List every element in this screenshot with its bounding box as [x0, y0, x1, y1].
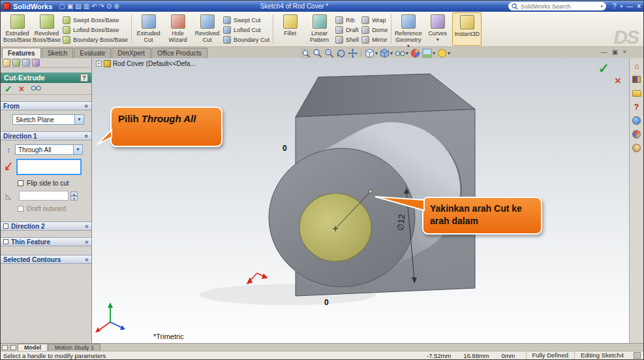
section-header-from[interactable]: From « [1, 101, 91, 110]
extruded-boss-base-button[interactable]: Extruded Boss/Base [3, 12, 32, 46]
expand-chevron-icon[interactable]: « [84, 257, 91, 261]
pan-icon[interactable] [348, 48, 358, 58]
minimize-icon[interactable]: — [626, 3, 633, 10]
expand-chevron-icon[interactable]: « [84, 240, 91, 244]
tab-features[interactable]: Features [2, 48, 41, 58]
apply-scene-icon[interactable]: ▾ [422, 48, 435, 58]
doc-close-icon[interactable]: × [622, 48, 626, 56]
draft-outward-checkbox[interactable]: Draft outward [1, 205, 91, 212]
splitter-icon[interactable] [10, 345, 16, 350]
collapse-chevron-icon[interactable]: « [84, 104, 91, 108]
shell-button[interactable]: Shell [335, 35, 359, 44]
confirm-cancel-icon[interactable]: × [615, 74, 621, 88]
reference-geometry-button[interactable]: Reference Geometry ▾ [393, 12, 423, 46]
direction2-checkbox[interactable] [3, 223, 8, 229]
revolved-cut-button[interactable]: Revolved Cut [192, 12, 222, 46]
custom-properties-icon[interactable] [632, 143, 641, 153]
appearances-scenes-icon[interactable] [632, 129, 641, 139]
display-style-icon[interactable]: ▾ [380, 48, 393, 58]
draft-angle-icon[interactable]: ◺ [4, 191, 13, 201]
featuremanager-tab-icon[interactable] [3, 59, 10, 67]
end-condition-select[interactable]: Through All ▼ [15, 144, 83, 155]
direction-reference-box[interactable] [16, 159, 82, 175]
edit-appearance-icon[interactable] [410, 48, 420, 58]
collapse-chevron-icon[interactable]: « [84, 134, 91, 138]
curves-button[interactable]: Curves ▾ [423, 12, 452, 46]
solidworks-forum-icon[interactable] [632, 116, 641, 125]
checkbox-icon[interactable] [18, 180, 23, 186]
tab-dimxpert[interactable]: DimXpert [112, 48, 151, 58]
splitter-icon[interactable] [2, 345, 8, 350]
instant3d-button[interactable]: Instant3D [452, 12, 482, 46]
save-icon[interactable]: ▤ [75, 1, 81, 11]
flip-side-to-cut-checkbox[interactable]: Flip side to cut [1, 180, 91, 187]
close-icon[interactable]: × [637, 3, 641, 10]
confirm-ok-icon[interactable]: ✓ [598, 61, 609, 76]
boundary-boss-base-button[interactable]: Boundary Boss/Base [63, 35, 128, 44]
graphics-area[interactable]: ∅12 0 0 + Rod Cover (Default<<Def [92, 58, 630, 344]
search-dropdown-icon[interactable]: ▾ [601, 4, 604, 9]
tree-expand-icon[interactable]: + [96, 61, 102, 67]
help-menu[interactable]: ? [613, 3, 617, 10]
section-header-direction1[interactable]: Direction 1 « [1, 131, 91, 140]
extruded-cut-button[interactable]: Extruded Cut [134, 12, 163, 46]
doc-minimize-icon[interactable]: — [601, 48, 607, 56]
featuremanager-tree-node[interactable]: + Rod Cover (Default<<Defa... [96, 60, 196, 67]
view-settings-icon[interactable]: ▾ [437, 48, 450, 58]
zoom-in-out-icon[interactable] [324, 48, 334, 58]
reverse-direction-icon[interactable]: ↕ [4, 145, 13, 154]
solidworks-resources-icon[interactable]: ⌂ [632, 61, 641, 71]
section-header-thin-feature[interactable]: Thin Feature « [1, 237, 91, 246]
chevron-down-icon[interactable]: ▾ [437, 37, 439, 43]
ordinate-zero-bottom[interactable]: 0 [324, 298, 329, 307]
section-header-selected-contours[interactable]: Selected Contours « [1, 255, 91, 264]
select-arrow-icon[interactable]: ▼ [73, 145, 82, 154]
draft-angle-input[interactable] [19, 191, 69, 201]
ordinate-zero-top[interactable]: 0 [283, 144, 287, 153]
rotate-view-icon[interactable] [336, 48, 346, 58]
spin-up-icon[interactable]: ▲ [70, 191, 78, 196]
doc-restore-icon[interactable]: ▣ [612, 48, 618, 56]
lofted-boss-base-button[interactable]: Lofted Boss/Base [63, 25, 128, 34]
fillet-button[interactable]: Fillet [275, 12, 305, 46]
design-library-icon[interactable] [632, 74, 641, 84]
wrap-button[interactable]: Wrap [361, 16, 388, 24]
view-orientation-icon[interactable]: ▾ [365, 48, 378, 58]
solidworks-help-icon[interactable]: ? [632, 102, 641, 112]
tab-model[interactable]: Model [18, 344, 48, 351]
detailed-preview-icon[interactable] [31, 84, 41, 93]
tab-sketch[interactable]: Sketch [42, 48, 74, 58]
rib-button[interactable]: Rib [335, 16, 359, 24]
rebuild-icon[interactable]: ⊙ [106, 1, 112, 11]
help-button[interactable]: ? [80, 74, 88, 82]
search-input[interactable] [521, 3, 598, 10]
swept-boss-base-button[interactable]: Swept Boss/Base [63, 16, 128, 24]
print-icon[interactable]: ▥ [84, 1, 89, 11]
solidworks-logo-icon[interactable] [3, 3, 10, 10]
draft-button[interactable]: Draft [335, 25, 359, 34]
model-scene[interactable]: ∅12 0 0 [92, 58, 630, 344]
configurationmanager-tab-icon[interactable] [22, 59, 30, 67]
lofted-cut-button[interactable]: Lofted Cut [223, 25, 269, 34]
search-box[interactable]: ▾ [508, 2, 606, 10]
zoom-fit-icon[interactable] [301, 48, 311, 58]
tab-office-products[interactable]: Office Products [151, 48, 207, 58]
quick-tips-icon[interactable] [634, 352, 641, 359]
new-document-icon[interactable]: ▢ [59, 1, 65, 11]
expand-chevron-icon[interactable]: « [84, 224, 91, 228]
linear-pattern-button[interactable]: Linear Pattern [305, 12, 334, 46]
cancel-button[interactable]: × [19, 84, 24, 94]
file-explorer-icon[interactable] [632, 88, 641, 98]
spin-down-icon[interactable]: ▼ [70, 196, 78, 201]
undo-icon[interactable]: ↶ [91, 1, 97, 11]
thin-feature-checkbox[interactable] [3, 239, 8, 244]
options-icon[interactable]: ⊕ [114, 1, 119, 11]
tab-motion-study[interactable]: Motion Study 1 [48, 344, 100, 351]
select-arrow-icon[interactable]: ▼ [74, 115, 84, 124]
revolved-boss-base-button[interactable]: Revolved Boss/Base [32, 12, 61, 46]
hole-wizard-button[interactable]: Hole Wizard [163, 12, 192, 46]
titlebar[interactable]: SolidWorks ▢ ▣ ▤ ▥ ↶ ↷ ⊙ ⊕ Sketch4 of Ro… [1, 1, 643, 12]
redo-icon[interactable]: ↷ [99, 1, 104, 11]
boundary-cut-button[interactable]: Boundary Cut [223, 35, 269, 44]
ok-button[interactable]: ✓ [5, 84, 12, 94]
